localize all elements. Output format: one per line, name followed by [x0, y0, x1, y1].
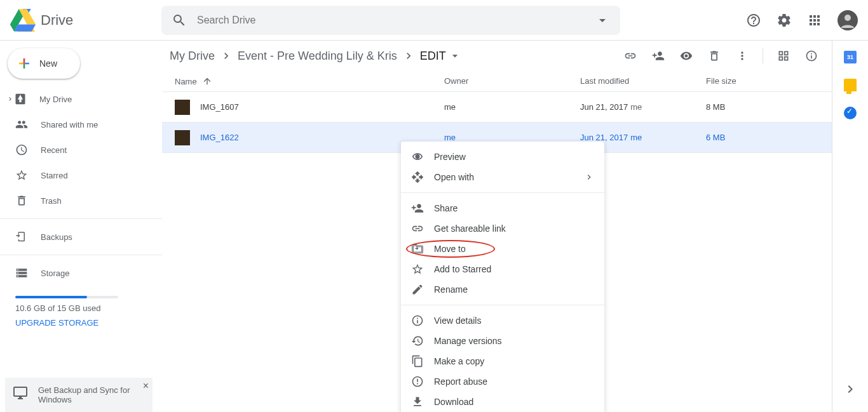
- new-button-label: New: [39, 58, 57, 69]
- download-icon: [411, 395, 424, 408]
- search-dropdown-icon[interactable]: [595, 13, 610, 28]
- toolbar-actions: [618, 43, 824, 69]
- menu-get-link[interactable]: Get shareable link: [401, 218, 604, 239]
- menu-share[interactable]: Share: [401, 198, 604, 218]
- report-icon: [411, 375, 424, 388]
- file-size: 8 MB: [706, 102, 824, 112]
- chevron-right-icon: [6, 93, 14, 105]
- nav-separator: [0, 255, 162, 255]
- star-icon: [15, 169, 28, 182]
- menu-manage-versions[interactable]: Manage versions: [401, 331, 604, 351]
- menu-separator: [401, 192, 604, 193]
- apps-icon[interactable]: [802, 8, 827, 33]
- chevron-right-icon: [584, 171, 594, 183]
- keep-icon[interactable]: [844, 79, 857, 91]
- menu-preview[interactable]: Preview: [401, 147, 604, 167]
- sidebar-item-my-drive[interactable]: My Drive: [0, 86, 154, 112]
- backup-icon: [15, 230, 28, 243]
- menu-download[interactable]: Download: [401, 392, 604, 412]
- breadcrumb-seg-1[interactable]: My Drive: [167, 47, 217, 65]
- col-name-header[interactable]: Name: [175, 76, 444, 86]
- desktop-icon: [13, 385, 28, 401]
- nav-label: Shared with me: [41, 120, 98, 130]
- header-actions: [741, 8, 858, 33]
- expand-panel-icon[interactable]: [837, 376, 863, 402]
- share-icon[interactable]: [646, 43, 671, 69]
- folder-move-icon: [411, 243, 424, 255]
- sidebar: New My Drive Shared with me Recent Starr…: [0, 41, 162, 412]
- storage-fill: [15, 296, 87, 298]
- menu-add-starred[interactable]: Add to Starred: [401, 259, 604, 279]
- user-avatar[interactable]: [837, 10, 858, 30]
- file-name: IMG_1622: [200, 133, 239, 142]
- main-area: New My Drive Shared with me Recent Starr…: [0, 41, 868, 412]
- file-owner: me: [444, 133, 580, 142]
- search-input[interactable]: [197, 15, 595, 26]
- settings-icon[interactable]: [771, 8, 797, 33]
- backup-sync-promo[interactable]: Get Backup and Sync for Windows ×: [5, 378, 153, 412]
- new-button[interactable]: New: [8, 48, 80, 79]
- nav-separator: [0, 218, 162, 219]
- link-icon[interactable]: [618, 43, 643, 69]
- nav-label: My Drive: [39, 95, 72, 104]
- file-modified: Jun 21, 2017me: [580, 102, 706, 112]
- col-owner-header[interactable]: Owner: [444, 76, 580, 86]
- content-area: My Drive Event - Pre Wedding Lily & Kris…: [162, 41, 832, 412]
- trash-icon: [15, 194, 28, 207]
- sidebar-item-shared[interactable]: Shared with me: [0, 112, 154, 137]
- search-icon: [172, 13, 187, 28]
- file-row[interactable]: IMG_1607 me Jun 21, 2017me 8 MB: [162, 92, 832, 123]
- more-icon[interactable]: [729, 43, 755, 69]
- open-with-icon: [411, 171, 424, 183]
- tasks-icon[interactable]: [844, 107, 857, 119]
- calendar-icon[interactable]: 31: [844, 51, 857, 63]
- col-modified-header[interactable]: Last modified: [580, 76, 706, 86]
- info-icon[interactable]: [799, 43, 824, 69]
- sidebar-item-backups[interactable]: Backups: [0, 224, 154, 249]
- side-panel: 31: [832, 41, 868, 412]
- menu-move-to[interactable]: Move to: [401, 239, 604, 259]
- drive-logo-icon: [10, 8, 36, 33]
- app-header: Drive: [0, 0, 868, 41]
- breadcrumb-seg-3[interactable]: EDIT: [417, 47, 464, 65]
- file-modified: Jun 21, 2017me: [580, 133, 706, 142]
- delete-icon[interactable]: [702, 43, 727, 69]
- storage-text: 10.6 GB of 15 GB used: [15, 303, 147, 313]
- file-owner: me: [444, 102, 580, 112]
- menu-rename[interactable]: Rename: [401, 279, 604, 300]
- file-size: 6 MB: [706, 133, 824, 142]
- breadcrumb: My Drive Event - Pre Wedding Lily & Kris…: [167, 47, 464, 65]
- app-name: Drive: [41, 12, 73, 29]
- breadcrumb-seg-2[interactable]: Event - Pre Wedding Lily & Kris: [235, 47, 400, 65]
- logo-area[interactable]: Drive: [10, 8, 161, 33]
- sidebar-item-trash[interactable]: Trash: [0, 188, 154, 213]
- history-icon: [411, 335, 424, 347]
- clock-icon: [15, 143, 28, 156]
- menu-separator: [401, 305, 604, 305]
- file-thumbnail: [175, 130, 190, 145]
- chevron-right-icon: [220, 50, 233, 62]
- dropdown-icon: [449, 50, 461, 62]
- sidebar-item-recent[interactable]: Recent: [0, 137, 154, 163]
- search-box[interactable]: [161, 6, 620, 35]
- chevron-right-icon: [402, 50, 415, 62]
- menu-make-copy[interactable]: Make a copy: [401, 351, 604, 371]
- col-size-header[interactable]: File size: [706, 76, 824, 86]
- storage-meter: 10.6 GB of 15 GB used UPGRADE STORAGE: [0, 286, 162, 333]
- preview-icon[interactable]: [674, 43, 699, 69]
- close-icon[interactable]: ×: [143, 380, 149, 392]
- upgrade-storage-link[interactable]: UPGRADE STORAGE: [15, 318, 147, 328]
- storage-bar: [15, 296, 118, 298]
- sidebar-item-storage[interactable]: Storage: [0, 260, 154, 286]
- plus-icon: [17, 56, 32, 71]
- eye-icon: [411, 150, 424, 163]
- sidebar-item-starred[interactable]: Starred: [0, 163, 154, 188]
- svg-point-0: [416, 156, 418, 157]
- menu-open-with[interactable]: Open with: [401, 167, 604, 187]
- menu-report-abuse[interactable]: Report abuse: [401, 371, 604, 392]
- grid-view-icon[interactable]: [771, 43, 796, 69]
- help-icon[interactable]: [741, 8, 766, 33]
- menu-view-details[interactable]: View details: [401, 310, 604, 331]
- nav-label: Starred: [41, 171, 68, 180]
- toolbar: My Drive Event - Pre Wedding Lily & Kris…: [162, 41, 832, 71]
